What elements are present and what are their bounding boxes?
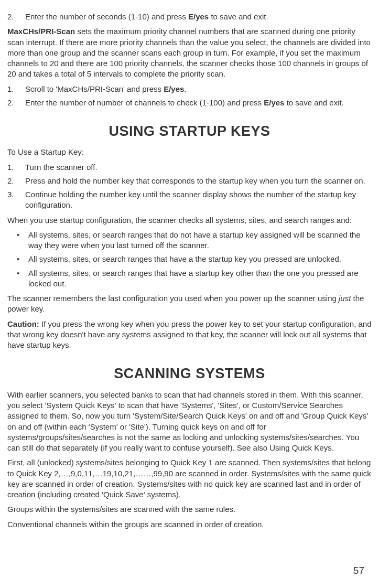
text: Enter the number of number of channels t… xyxy=(25,98,264,107)
text: to save and exit. xyxy=(284,98,343,107)
text-bold: Caution: xyxy=(7,319,39,328)
text: If you press the wrong key when you pres… xyxy=(7,319,372,350)
text-bold: E/yes xyxy=(188,12,209,21)
text: Scroll to 'MaxCHs/PRI-Scan' and press xyxy=(25,84,164,93)
paragraph: First, all (unlocked) systems/sites belo… xyxy=(7,457,372,500)
unordered-list-startup: • All systems, sites, or search ranges t… xyxy=(7,230,372,289)
list-item: 1. Turn the scanner off. xyxy=(7,162,372,173)
list-item: 2. Enter the number of number of channel… xyxy=(7,98,372,108)
bullet-icon: • xyxy=(17,254,28,264)
list-item: 3. Continue holding the number key until… xyxy=(7,189,372,211)
paragraph: With earlier scanners, you selected bank… xyxy=(7,390,372,454)
paragraph-caution: Caution: If you press the wrong key when… xyxy=(7,319,372,351)
text: . xyxy=(184,84,186,93)
list-text: All systems, sites, or search ranges tha… xyxy=(28,268,372,290)
list-number: 2. xyxy=(7,176,25,186)
list-item: • All systems, sites, or search ranges t… xyxy=(7,230,372,251)
list-text: Enter the number of seconds (1-10) and p… xyxy=(25,12,372,22)
paragraph: MaxCHs/PRI-Scan sets the maximum priorit… xyxy=(7,26,372,79)
heading-scanning: SCANNING SYSTEMS xyxy=(7,364,372,383)
list-number: 1. xyxy=(7,162,25,173)
paragraph: To Use a Startup Key: xyxy=(7,147,372,157)
paragraph: Groups within the systems/sites are scan… xyxy=(7,504,372,515)
text: to save and exit. xyxy=(209,12,268,21)
text-bold: MaxCHs/PRI-Scan xyxy=(7,27,75,36)
paragraph: The scanner remembers the last configura… xyxy=(7,293,372,315)
list-item: 1. Scroll to 'MaxCHs/PRI-Scan' and press… xyxy=(7,84,372,94)
list-item: • All systems, sites, or search ranges t… xyxy=(7,268,372,290)
bullet-icon: • xyxy=(17,268,28,290)
page: 2. Enter the number of seconds (1-10) an… xyxy=(7,12,372,585)
paragraph: Conventional channels within the groups … xyxy=(7,519,372,530)
list-text: Scroll to 'MaxCHs/PRI-Scan' and press E/… xyxy=(25,84,372,94)
text: Enter the number of seconds (1-10) and p… xyxy=(25,12,188,21)
list-item: • All systems, sites, or search ranges t… xyxy=(7,254,372,264)
ordered-list-top1: 2. Enter the number of seconds (1-10) an… xyxy=(7,12,372,22)
list-text: All systems, sites, or search ranges tha… xyxy=(28,230,372,251)
list-number: 1. xyxy=(7,84,25,94)
heading-startup: USING STARTUP KEYS xyxy=(7,122,372,141)
text: The scanner remembers the last configura… xyxy=(7,294,339,303)
page-number: 57 xyxy=(353,564,364,578)
list-item: 2. Press and hold the number key that co… xyxy=(7,176,372,186)
list-text: Press and hold the number key that corre… xyxy=(25,176,372,186)
bullet-icon: • xyxy=(17,230,28,251)
paragraph: When you use startup configuration, the … xyxy=(7,215,372,226)
list-number: 2. xyxy=(7,12,25,22)
list-text: Turn the scanner off. xyxy=(25,162,372,173)
list-text: Continue holding the number key until th… xyxy=(25,189,372,211)
text-italic: just xyxy=(339,294,351,303)
text-bold: E/yes xyxy=(264,98,284,107)
ordered-list-top2: 1. Scroll to 'MaxCHs/PRI-Scan' and press… xyxy=(7,84,372,109)
list-number: 3. xyxy=(7,189,25,211)
list-text: Enter the number of number of channels t… xyxy=(25,98,372,108)
list-number: 2. xyxy=(7,98,25,108)
list-item: 2. Enter the number of seconds (1-10) an… xyxy=(7,12,372,22)
list-text: All systems, sites, or search ranges tha… xyxy=(28,254,341,264)
ordered-list-startup: 1. Turn the scanner off. 2. Press and ho… xyxy=(7,162,372,211)
text-bold: E/yes xyxy=(164,84,184,93)
